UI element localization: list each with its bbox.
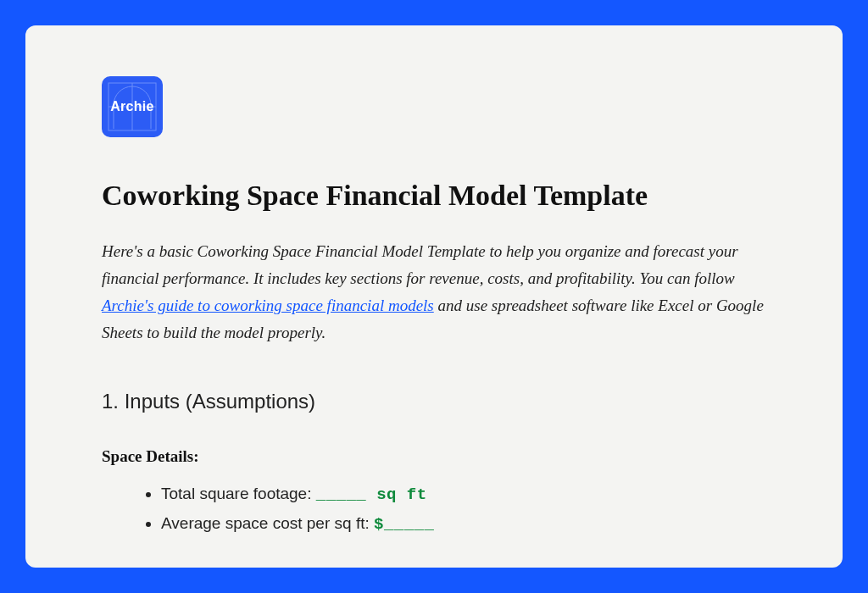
- intro-text-before: Here's a basic Coworking Space Financial…: [102, 242, 738, 287]
- item-label: Total square footage:: [161, 485, 316, 502]
- archie-logo: Archie: [102, 76, 163, 137]
- item-fill-blank: _____ sq ft: [316, 485, 427, 504]
- subheading-space-details: Space Details:: [102, 447, 766, 466]
- intro-paragraph: Here's a basic Coworking Space Financial…: [102, 238, 766, 347]
- space-details-list: Total square footage: _____ sq ft Averag…: [102, 479, 766, 540]
- list-item: Average space cost per sq ft: $_____: [161, 509, 766, 539]
- list-item: Total square footage: _____ sq ft: [161, 479, 766, 509]
- page-title: Coworking Space Financial Model Template: [102, 178, 766, 214]
- document-page: Archie Coworking Space Financial Model T…: [25, 25, 843, 568]
- section-heading-inputs: 1. Inputs (Assumptions): [102, 390, 766, 413]
- archie-logo-text: Archie: [110, 99, 154, 114]
- item-fill-blank: $_____: [374, 515, 434, 534]
- item-label: Average space cost per sq ft:: [161, 514, 374, 532]
- guide-link[interactable]: Archie's guide to coworking space financ…: [102, 296, 434, 314]
